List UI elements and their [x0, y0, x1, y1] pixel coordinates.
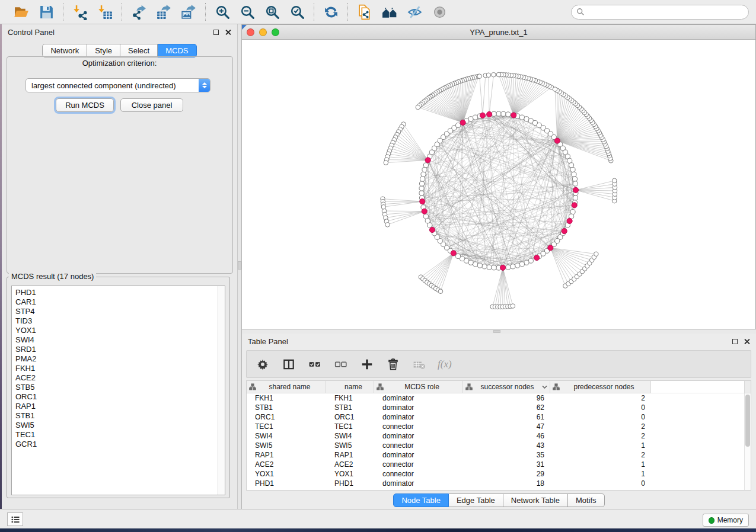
save-session-icon[interactable]	[37, 2, 56, 21]
satellite-node[interactable]	[553, 87, 557, 92]
horizontal-splitter[interactable]	[242, 329, 756, 334]
ring-node[interactable]	[423, 163, 428, 168]
ring-node[interactable]	[473, 262, 477, 267]
table-scrollbar[interactable]	[744, 393, 751, 490]
ring-node[interactable]	[487, 265, 492, 270]
satellite-node[interactable]	[612, 178, 617, 183]
mcds-result-item[interactable]: CAR1	[15, 297, 218, 307]
window-minimize-light[interactable]	[259, 28, 267, 36]
optimization-criterion-select[interactable]: largest connected component (undirected)	[25, 78, 210, 92]
mcds-result-item[interactable]: STB5	[15, 383, 218, 392]
function-builder-icon[interactable]: f(x)	[438, 358, 452, 370]
mcds-node[interactable]	[567, 218, 572, 223]
ring-node[interactable]	[421, 172, 426, 177]
table-row[interactable]: YOX1YOX1connector291	[247, 469, 751, 479]
zoom-fit-icon[interactable]	[263, 2, 282, 21]
memory-button[interactable]: Memory	[703, 514, 749, 527]
column-header-name[interactable]: name	[326, 381, 374, 393]
mcds-result-item[interactable]: PMA2	[15, 354, 218, 364]
table-row[interactable]: SWI5SWI5connector431	[247, 441, 751, 450]
task-history-button[interactable]	[7, 512, 23, 526]
clone-network-icon[interactable]	[355, 2, 374, 21]
show-all-icon[interactable]	[430, 2, 449, 21]
mcds-node[interactable]	[420, 198, 425, 204]
tab-node-table[interactable]: Node Table	[393, 493, 449, 507]
ring-node[interactable]	[519, 262, 524, 267]
mcds-node[interactable]	[487, 111, 492, 117]
first-neighbors-icon[interactable]	[380, 2, 399, 21]
splitter-grip[interactable]	[238, 261, 241, 270]
ring-node[interactable]	[572, 177, 577, 181]
mcds-result-item[interactable]: RAP1	[15, 402, 218, 411]
mcds-node[interactable]	[573, 187, 578, 193]
ring-node[interactable]	[496, 111, 501, 116]
ring-node[interactable]	[519, 115, 524, 120]
table-row[interactable]: FKH1FKH1dominator962	[247, 393, 751, 403]
mcds-result-item[interactable]: YOX1	[15, 326, 218, 335]
table-row[interactable]: ACE2ACE2connector311	[247, 460, 751, 469]
window-close-light[interactable]	[247, 28, 254, 36]
mcds-node[interactable]	[480, 113, 485, 118]
table-row[interactable]: TEC1TEC1connector472	[247, 422, 751, 431]
ring-node[interactable]	[524, 260, 529, 265]
scrollbar-thumb[interactable]	[745, 395, 750, 447]
ring-node[interactable]	[570, 209, 575, 214]
mcds-node[interactable]	[511, 113, 516, 118]
mcds-node[interactable]	[562, 229, 567, 234]
mcds-node[interactable]	[548, 245, 553, 251]
satellite-node[interactable]	[385, 223, 390, 227]
splitter-grip[interactable]	[493, 330, 500, 333]
ring-node[interactable]	[482, 264, 487, 269]
export-network-icon[interactable]	[129, 2, 148, 21]
satellite-node[interactable]	[511, 304, 515, 309]
run-mcds-button[interactable]: Run MCDS	[56, 98, 114, 112]
ring-node[interactable]	[419, 186, 424, 191]
deselect-all-icon[interactable]	[333, 357, 349, 372]
show-columns-icon[interactable]	[281, 357, 296, 372]
ring-node[interactable]	[455, 123, 460, 127]
ring-node[interactable]	[422, 167, 427, 172]
export-table-icon[interactable]	[154, 2, 173, 21]
table-row[interactable]: ORC1ORC1dominator610	[247, 412, 751, 422]
zoom-selected-icon[interactable]	[288, 2, 307, 21]
tab-select[interactable]: Select	[120, 44, 158, 57]
mcds-node[interactable]	[460, 120, 465, 125]
ring-node[interactable]	[423, 214, 428, 219]
mcds-result-item[interactable]: FKH1	[15, 364, 218, 373]
satellite-node[interactable]	[384, 161, 388, 165]
mcds-list-scrollbar[interactable]	[218, 286, 225, 495]
mcds-result-item[interactable]: PHD1	[15, 288, 218, 297]
tab-network-table[interactable]: Network Table	[503, 493, 568, 507]
tab-network[interactable]: Network	[42, 44, 87, 57]
satellite-node[interactable]	[496, 72, 501, 77]
ring-node[interactable]	[477, 263, 482, 268]
column-header-MCDS-role[interactable]: MCDS role	[374, 381, 463, 393]
mcds-result-item[interactable]: ACE2	[15, 373, 218, 383]
table-row[interactable]: PHD1PHD1dominator180	[247, 479, 751, 488]
ring-node[interactable]	[506, 265, 511, 270]
mcds-node[interactable]	[425, 158, 430, 163]
mcds-node[interactable]	[534, 255, 540, 260]
table-row[interactable]: STB1STB1dominator620	[247, 403, 751, 412]
tab-style[interactable]: Style	[87, 44, 120, 57]
mcds-node[interactable]	[422, 209, 427, 214]
satellite-node[interactable]	[594, 252, 599, 257]
zoom-out-icon[interactable]	[238, 2, 257, 21]
mcds-result-item[interactable]: GCR1	[15, 440, 218, 449]
tab-mcds[interactable]: MCDS	[158, 44, 196, 57]
network-graph[interactable]	[242, 40, 755, 329]
float-panel-icon[interactable]	[732, 339, 738, 344]
open-file-icon[interactable]	[12, 2, 31, 21]
search-input[interactable]	[588, 7, 744, 17]
ring-node[interactable]	[570, 167, 575, 172]
export-image-icon[interactable]	[179, 2, 198, 21]
mcds-node[interactable]	[554, 138, 560, 143]
network-canvas[interactable]	[242, 40, 755, 329]
delete-column-icon[interactable]	[385, 357, 401, 372]
mcds-result-item[interactable]: SRD1	[15, 345, 218, 354]
vertical-splitter[interactable]	[237, 24, 242, 509]
ring-node[interactable]	[473, 115, 477, 120]
table-row[interactable]: SWI4SWI4dominator462	[247, 431, 751, 441]
mcds-result-list[interactable]: PHD1CAR1STP4TID3YOX1SWI4SRD1PMA2FKH1ACE2…	[11, 286, 225, 495]
mcds-result-item[interactable]: SWI4	[15, 335, 218, 345]
